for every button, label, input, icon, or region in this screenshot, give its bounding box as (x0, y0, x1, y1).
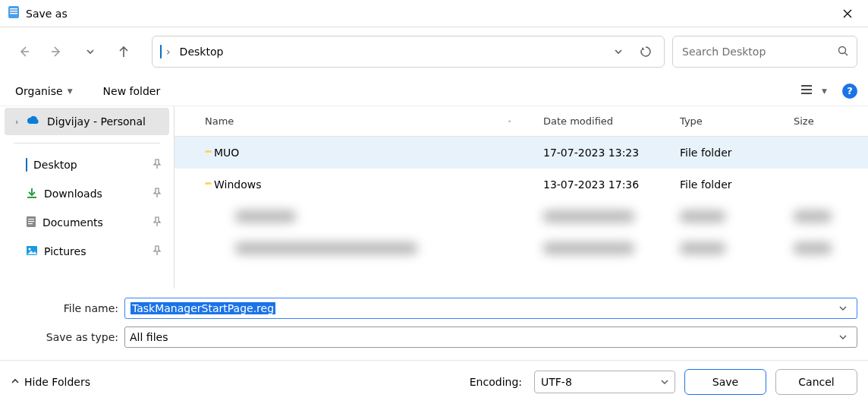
search-icon (837, 45, 849, 59)
chevron-right-icon: › (15, 117, 26, 127)
documents-icon (26, 216, 36, 230)
svg-rect-3 (10, 13, 17, 14)
column-headers[interactable]: Name ˄ Date modified Type Size (175, 106, 868, 137)
file-name-combo[interactable]: TaskManagerStartPage.reg (124, 298, 857, 319)
file-name-input[interactable]: TaskManagerStartPage.reg (130, 302, 834, 314)
help-button[interactable]: ? (842, 84, 857, 99)
back-button[interactable] (11, 39, 36, 65)
tree-item-pictures[interactable]: Pictures (5, 238, 169, 265)
column-name[interactable]: Name ˄ (175, 115, 534, 127)
svg-rect-1 (10, 8, 17, 9)
chevron-down-icon: ▼ (822, 87, 827, 95)
pictures-icon (26, 245, 38, 258)
save-as-type-combo[interactable]: All files (124, 327, 857, 348)
svg-rect-2 (10, 11, 17, 11)
onedrive-icon (26, 115, 41, 128)
svg-rect-18 (28, 221, 34, 222)
pin-icon (153, 188, 162, 200)
file-type: File folder (671, 178, 785, 191)
tree-label-documents: Documents (42, 216, 153, 229)
up-button[interactable] (111, 39, 137, 65)
address-bar[interactable]: › Desktop (152, 36, 665, 68)
svg-rect-17 (28, 219, 34, 219)
file-row[interactable]: MUO 17-07-2023 13:23 File folder (175, 137, 868, 169)
refresh-button[interactable] (632, 38, 659, 65)
save-as-type-label: Save as type: (11, 331, 124, 343)
cancel-button[interactable]: Cancel (775, 369, 857, 395)
column-size[interactable]: Size (785, 115, 868, 127)
file-type: File folder (671, 147, 785, 159)
breadcrumb-desktop[interactable]: Desktop (175, 46, 228, 58)
pin-icon (153, 245, 162, 258)
recent-locations-button[interactable] (77, 39, 103, 65)
chevron-down-icon: ▼ (68, 87, 73, 95)
desktop-icon (26, 159, 27, 171)
pin-icon (153, 159, 162, 172)
column-type[interactable]: Type (671, 115, 785, 127)
forward-button[interactable] (44, 39, 70, 65)
chevron-up-icon (11, 376, 20, 388)
breadcrumb-separator: › (162, 46, 175, 58)
hide-folders-button[interactable]: Hide Folders (11, 376, 90, 388)
file-date: 13-07-2023 17:36 (534, 178, 671, 191)
svg-rect-0 (8, 6, 19, 18)
tree-label-downloads: Downloads (44, 188, 153, 200)
save-button[interactable]: Save (684, 369, 766, 395)
new-folder-button[interactable]: New folder (99, 82, 165, 100)
tree-separator (14, 143, 160, 144)
window-title: Save as (26, 8, 830, 20)
notepad-icon (8, 5, 20, 21)
file-name: MUO (214, 147, 239, 159)
column-date[interactable]: Date modified (534, 115, 671, 127)
file-name: Windows (214, 178, 262, 191)
chevron-down-icon[interactable] (834, 304, 852, 312)
file-row[interactable]: Windows 13-07-2023 17:36 File folder (175, 169, 868, 200)
encoding-label: Encoding: (470, 376, 522, 388)
tree-item-personal[interactable]: › Digvijay - Personal (5, 108, 169, 135)
file-name-label: File name: (11, 302, 124, 314)
svg-point-9 (839, 46, 846, 53)
downloads-icon (26, 187, 38, 201)
svg-line-10 (845, 52, 848, 55)
sort-indicator-icon: ˄ (508, 120, 511, 128)
search-box[interactable] (672, 36, 857, 68)
organise-label: Organise (15, 85, 63, 97)
new-folder-label: New folder (103, 85, 161, 97)
svg-rect-19 (28, 223, 33, 224)
tree-label-pictures: Pictures (44, 245, 153, 257)
tree-item-desktop[interactable]: Desktop (5, 151, 169, 178)
tree-item-documents[interactable]: Documents (5, 209, 169, 236)
encoding-value: UTF-8 (541, 376, 572, 388)
view-menu[interactable]: ▼ (796, 81, 832, 100)
location-icon (160, 46, 162, 58)
chevron-down-icon[interactable] (834, 333, 852, 341)
tree-label-personal: Digvijay - Personal (47, 115, 162, 128)
chevron-down-icon[interactable] (661, 376, 668, 388)
pin-icon (153, 216, 162, 229)
hide-folders-label: Hide Folders (24, 376, 90, 388)
tree-item-downloads[interactable]: Downloads (5, 180, 169, 207)
addressbar-dropdown-button[interactable] (605, 38, 632, 65)
search-input[interactable] (681, 45, 837, 58)
tree-label-desktop: Desktop (33, 159, 153, 171)
svg-point-21 (29, 248, 31, 250)
file-date: 17-07-2023 13:23 (534, 147, 671, 159)
encoding-select[interactable]: UTF-8 (534, 371, 675, 393)
list-icon (800, 84, 813, 97)
organise-menu[interactable]: Organise ▼ (11, 82, 77, 100)
close-button[interactable] (830, 2, 865, 26)
redacted-row (175, 232, 868, 264)
redacted-row (175, 200, 868, 232)
save-as-type-value: All files (130, 331, 834, 343)
